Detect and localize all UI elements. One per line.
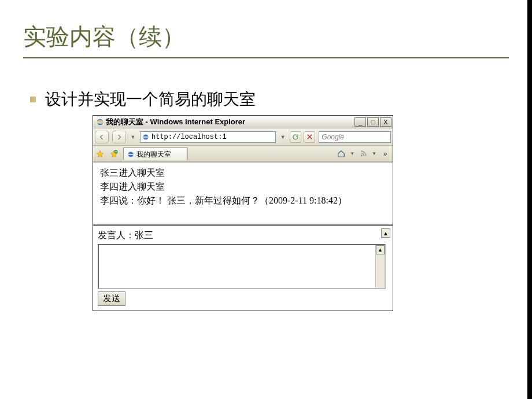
home-dropdown-icon[interactable]: ▼ [350,151,354,156]
bullet-text: 设计并实现一个简易的聊天室 [45,88,256,110]
slide: 实验内容（续） 设计并实现一个简易的聊天室 我的聊天室 - Windows In… [0,0,532,399]
nav-forward-button[interactable] [112,131,126,143]
search-field[interactable]: Google [319,131,391,143]
slide-right-border [527,0,532,399]
minimize-button[interactable]: _ [354,117,366,127]
more-icon[interactable]: » [380,149,390,159]
textarea-scrollbar[interactable]: ▲ [375,245,385,288]
browser-navbar: ▼ http://localhost:1 ▼ Google [93,128,393,146]
favorites-star-icon[interactable] [95,149,105,158]
address-dropdown-icon[interactable]: ▼ [279,131,286,143]
chat-log-line: 李四说：你好！ 张三，新年过得如何？（2009-2-11 9:18:42） [100,194,386,208]
address-bar[interactable]: http://localhost:1 [140,131,276,143]
browser-tabbar: 我的聊天室 ▼ ▼ » [93,146,393,162]
refresh-button[interactable] [290,131,301,143]
message-textarea[interactable]: ▲ [98,244,386,289]
feeds-icon[interactable] [358,149,368,159]
speaker-area: ▲ 发言人： 张三 ▲ 发送 [93,226,393,311]
browser-content: 张三进入聊天室 李四进入聊天室 李四说：你好！ 张三，新年过得如何？（2009-… [93,162,393,311]
add-favorites-icon[interactable] [109,149,119,158]
browser-tab[interactable]: 我的聊天室 [123,147,188,160]
window-button-group: _ □ X [354,117,391,127]
svg-point-5 [360,154,362,156]
chat-log-line: 张三进入聊天室 [100,166,386,180]
chat-log-pane: 张三进入聊天室 李四进入聊天室 李四说：你好！ 张三，新年过得如何？（2009-… [93,162,393,226]
close-button[interactable]: X [380,117,391,127]
browser-toolbar-right: ▼ ▼ » [336,149,390,159]
tab-label: 我的聊天室 [136,150,171,160]
window-title-text: 我的聊天室 - Windows Internet Explorer [106,117,354,127]
nav-back-button[interactable] [95,131,109,143]
send-button[interactable]: 发送 [98,291,125,306]
speaker-label: 发言人： [98,230,135,242]
bullet-marker-icon [30,97,36,102]
browser-window: 我的聊天室 - Windows Internet Explorer _ □ X … [93,115,393,311]
home-icon[interactable] [336,149,346,159]
ie-logo-icon [95,117,104,126]
nav-action-group [290,131,315,143]
search-placeholder-text: Google [322,133,344,141]
slide-title: 实验内容（续） [23,21,509,53]
window-titlebar[interactable]: 我的聊天室 - Windows Internet Explorer _ □ X [93,116,393,128]
speaker-value: 张三 [135,230,153,242]
address-bar-text: http://localhost:1 [152,133,227,141]
page-favicon-icon [142,133,150,141]
chat-log-line: 李四进入聊天室 [100,180,386,194]
scroll-up-button[interactable]: ▲ [381,228,390,238]
maximize-button[interactable]: □ [367,117,379,127]
feeds-dropdown-icon[interactable]: ▼ [372,151,376,156]
tab-favicon-icon [127,151,134,158]
bullet-item: 设计并实现一个简易的聊天室 [30,88,509,110]
scrollbar-up-icon[interactable]: ▲ [376,245,385,254]
title-underline [23,57,509,58]
speaker-row: 发言人： 张三 [98,230,386,242]
nav-history-dropdown[interactable]: ▼ [130,131,136,143]
stop-button[interactable] [304,131,315,143]
